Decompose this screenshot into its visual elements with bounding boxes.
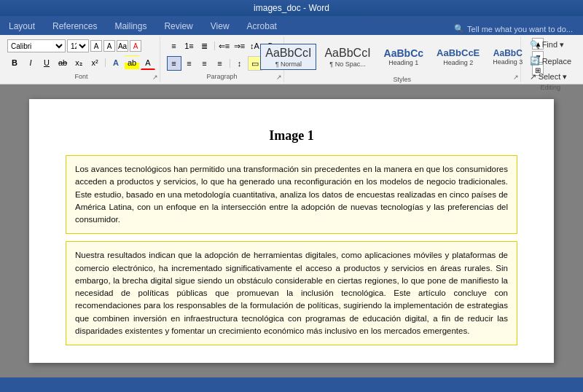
replace-btn[interactable]: 🔄 Replace xyxy=(525,54,576,68)
strikethrough-btn[interactable]: ab xyxy=(55,55,70,70)
tab-layout[interactable]: Layout xyxy=(0,17,44,35)
select-btn[interactable]: ↗ Select ▾ xyxy=(525,70,576,84)
title-text: images_doc - Word xyxy=(254,3,329,13)
font-color-btn[interactable]: A xyxy=(141,55,155,70)
font-family-select[interactable]: Calibri xyxy=(7,39,66,52)
tab-review[interactable]: Review xyxy=(155,17,201,35)
decrease-indent-btn[interactable]: ⇐≡ xyxy=(217,39,232,53)
align-right-btn[interactable]: ≡ xyxy=(197,56,212,71)
bullets-btn[interactable]: ≡ xyxy=(167,39,181,53)
style-h3-preview: AaBbC xyxy=(493,48,523,58)
superscript-btn[interactable]: x² xyxy=(87,55,102,70)
doc-page: Image 1 Los avances tecnológicos han per… xyxy=(29,99,554,363)
style-heading2[interactable]: AaBbCcE Heading 2 xyxy=(431,45,485,68)
style-normal[interactable]: AaBbCcI ¶ Normal xyxy=(260,44,316,69)
font-name-row: Calibri 12 11 14 A A Aa A xyxy=(7,39,155,52)
style-nospace-label: ¶ No Spac... xyxy=(329,60,365,68)
font-format-row: B I U ab x₂ x² A ab A xyxy=(7,55,155,70)
select-label: Select ▾ xyxy=(539,72,568,82)
increase-indent-btn[interactable]: ⇒≡ xyxy=(232,39,247,53)
font-size-select[interactable]: 12 11 14 xyxy=(67,39,89,52)
find-icon: 🔍 xyxy=(530,40,540,50)
paragraph-group-label: Paragraph xyxy=(206,73,237,81)
style-h2-label: Heading 2 xyxy=(443,59,473,66)
font-group-label: Font xyxy=(74,73,87,81)
font-grow-btn[interactable]: A xyxy=(90,40,102,52)
style-normal-preview: AaBbCcI xyxy=(265,46,311,60)
style-h1-preview: AaBbCc xyxy=(384,47,423,60)
select-icon: ↗ xyxy=(530,72,536,82)
tab-view[interactable]: View xyxy=(202,17,238,35)
italic-btn[interactable]: I xyxy=(23,55,38,70)
font-shrink-btn[interactable]: A xyxy=(103,40,115,52)
line-spacing-btn[interactable]: ↕ xyxy=(232,56,247,71)
highlight-btn[interactable]: ab xyxy=(125,55,139,70)
style-h3-label: Heading 3 xyxy=(493,58,523,66)
text-effects-btn[interactable]: A xyxy=(109,55,123,70)
bold-btn[interactable]: B xyxy=(7,55,22,70)
font-group: Calibri 12 11 14 A A Aa A B I U ab x₂ x² xyxy=(3,36,160,82)
change-case-btn[interactable]: Aa xyxy=(117,40,128,52)
styles-inner: AaBbCcI ¶ Normal AaBbCcI ¶ No Spac... Aa… xyxy=(260,38,544,76)
font-group-expand-icon[interactable]: ↗ xyxy=(152,74,158,81)
status-bar xyxy=(0,377,583,392)
style-h1-label: Heading 1 xyxy=(388,59,418,66)
tab-acrobat[interactable]: Acrobat xyxy=(238,17,286,35)
clear-format-btn[interactable]: A xyxy=(130,40,141,52)
document-area: Image 1 Los avances tecnológicos han per… xyxy=(0,85,583,377)
search-icon: 🔍 xyxy=(454,24,464,34)
para-divider2 xyxy=(230,59,230,68)
divider1 xyxy=(105,58,106,67)
doc-paragraph-1[interactable]: Los avances tecnológicos han permitido u… xyxy=(66,155,517,234)
title-bar: images_doc - Word xyxy=(0,0,583,16)
doc-paragraph-2[interactable]: Nuestra resultados indican que la adopci… xyxy=(66,241,517,345)
subscript-btn[interactable]: x₂ xyxy=(71,55,86,70)
styles-group: AaBbCcI ¶ Normal AaBbCcI ¶ No Spac... Aa… xyxy=(284,36,521,82)
align-center-btn[interactable]: ≡ xyxy=(182,56,197,71)
justify-btn[interactable]: ≡ xyxy=(213,56,227,71)
styles-group-label: Styles xyxy=(394,76,412,84)
numbering-btn[interactable]: 1≡ xyxy=(182,39,197,53)
para-divider1 xyxy=(214,42,215,50)
replace-icon: 🔄 xyxy=(530,56,540,66)
editing-group-label: Editing xyxy=(541,84,561,92)
tab-mailings[interactable]: Mailings xyxy=(106,17,155,35)
search-area: 🔍 Tell me what you want to do... xyxy=(447,23,583,35)
editing-group: 🔍 Find ▾ 🔄 Replace ↗ Select ▾ Editing xyxy=(521,36,580,82)
styles-group-expand-icon[interactable]: ↗ xyxy=(513,74,519,81)
style-nospace-preview: AaBbCcI xyxy=(324,46,370,60)
ribbon-tabs: Layout References Mailings Review View A… xyxy=(0,16,583,35)
doc-title: Image 1 xyxy=(66,128,517,144)
multilevel-btn[interactable]: ≣ xyxy=(197,39,212,53)
underline-btn[interactable]: U xyxy=(39,55,54,70)
style-no-spacing[interactable]: AaBbCcI ¶ No Spac... xyxy=(319,44,375,69)
ribbon-content: Calibri 12 11 14 A A Aa A B I U ab x₂ x² xyxy=(0,35,583,85)
find-label: Find ▾ xyxy=(542,40,564,50)
find-btn[interactable]: 🔍 Find ▾ xyxy=(525,38,576,52)
search-label[interactable]: Tell me what you want to do... xyxy=(467,25,573,34)
align-left-btn[interactable]: ≡ xyxy=(167,56,181,71)
style-heading1[interactable]: AaBbCc Heading 1 xyxy=(379,45,429,69)
style-h2-preview: AaBbCcE xyxy=(437,47,480,59)
style-normal-label: ¶ Normal xyxy=(275,60,302,68)
tab-references[interactable]: References xyxy=(44,17,106,35)
replace-label: Replace xyxy=(542,57,571,66)
